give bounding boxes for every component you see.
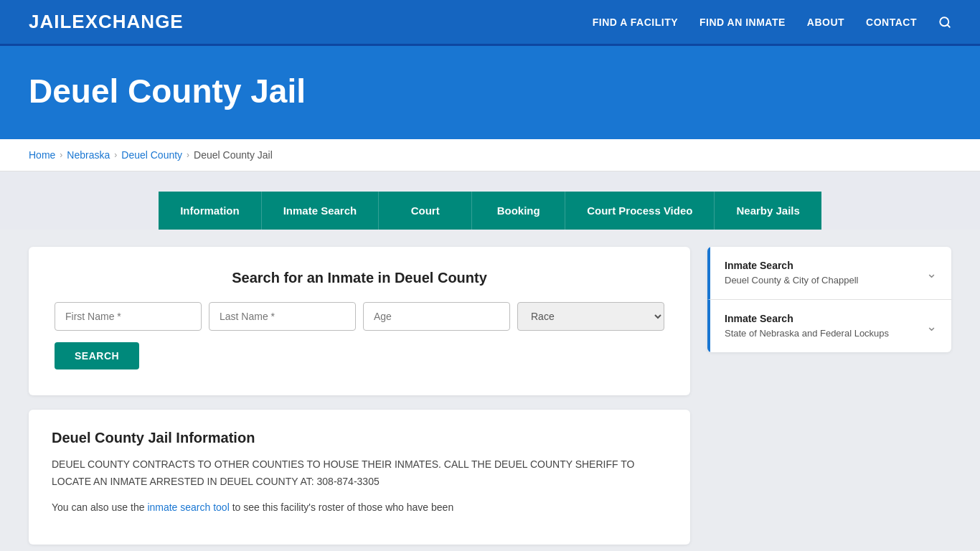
breadcrumb-home[interactable]: Home xyxy=(29,149,55,161)
site-logo[interactable]: JAILEXCHANGE xyxy=(29,11,184,33)
tab-nearby-jails[interactable]: Nearby Jails xyxy=(715,192,821,230)
sidebar-item-0-text: Inmate Search Deuel County & City of Cha… xyxy=(725,260,858,286)
info-body2-text: You can also use the xyxy=(52,501,147,513)
breadcrumb-sep-2: › xyxy=(114,150,117,160)
age-input[interactable] xyxy=(363,302,510,331)
page-title: Deuel County Jail xyxy=(29,72,951,110)
main-content: Search for an Inmate in Deuel County Rac… xyxy=(0,230,980,551)
sidebar-item-1[interactable]: Inmate Search State of Nebraska and Fede… xyxy=(707,300,951,352)
site-header: JAILEXCHANGE FIND A FACILITY FIND AN INM… xyxy=(0,0,980,46)
nav-about[interactable]: ABOUT xyxy=(807,17,844,28)
breadcrumb-state[interactable]: Nebraska xyxy=(67,149,110,161)
sidebar-item-1-text: Inmate Search State of Nebraska and Fede… xyxy=(725,313,889,339)
breadcrumb-county[interactable]: Deuel County xyxy=(121,149,182,161)
sidebar-item-0-title: Inmate Search xyxy=(725,260,858,271)
breadcrumb-sep-3: › xyxy=(187,150,189,160)
logo-jail: JAIL xyxy=(29,11,72,33)
right-sidebar: Inmate Search Deuel County & City of Cha… xyxy=(707,247,951,352)
search-fields: Race White Black Hispanic Asian Native A… xyxy=(55,302,664,331)
sidebar-item-0-subtitle: Deuel County & City of Chappell xyxy=(725,275,858,286)
chevron-down-icon-0: ⌄ xyxy=(926,265,937,281)
first-name-input[interactable] xyxy=(55,302,202,331)
tabs-row: Information Inmate Search Court Booking … xyxy=(0,171,980,230)
info-body2-end: to see this facility's roster of those w… xyxy=(230,501,453,513)
search-card: Search for an Inmate in Deuel County Rac… xyxy=(29,247,690,395)
breadcrumb: Home › Nebraska › Deuel County › Deuel C… xyxy=(0,139,980,171)
sidebar-item-1-title: Inmate Search xyxy=(725,313,889,324)
nav-find-inmate[interactable]: FIND AN INMATE xyxy=(699,17,786,28)
tab-inmate-search[interactable]: Inmate Search xyxy=(262,192,380,230)
svg-line-1 xyxy=(947,24,949,27)
nav-contact[interactable]: CONTACT xyxy=(866,17,917,28)
info-body2: You can also use the inmate search tool … xyxy=(52,499,667,517)
left-panel: Search for an Inmate in Deuel County Rac… xyxy=(29,247,690,545)
info-card: Deuel County Jail Information DEUEL COUN… xyxy=(29,410,690,545)
nav-search-button[interactable] xyxy=(938,16,951,29)
breadcrumb-current: Deuel County Jail xyxy=(194,149,273,161)
info-title: Deuel County Jail Information xyxy=(52,430,667,446)
nav-find-facility[interactable]: FIND A FACILITY xyxy=(593,17,678,28)
sidebar-item-1-subtitle: State of Nebraska and Federal Lockups xyxy=(725,328,889,339)
last-name-input[interactable] xyxy=(209,302,356,331)
search-title: Search for an Inmate in Deuel County xyxy=(55,270,664,286)
chevron-down-icon-1: ⌄ xyxy=(926,319,937,334)
sidebar-item-0[interactable]: Inmate Search Deuel County & City of Cha… xyxy=(707,247,951,300)
inmate-search-link[interactable]: inmate search tool xyxy=(147,501,229,513)
tab-information[interactable]: Information xyxy=(159,192,262,230)
hero-band: Deuel County Jail xyxy=(0,46,980,139)
info-body: DEUEL COUNTY CONTRACTS TO OTHER COUNTIES… xyxy=(52,456,667,491)
search-button[interactable]: SEARCH xyxy=(55,342,139,369)
search-icon xyxy=(938,16,951,29)
tab-court-process-video[interactable]: Court Process Video xyxy=(565,192,715,230)
race-select[interactable]: Race White Black Hispanic Asian Native A… xyxy=(517,302,664,331)
breadcrumb-sep-1: › xyxy=(60,150,62,160)
tab-booking[interactable]: Booking xyxy=(472,192,565,230)
logo-exchange: EXCHANGE xyxy=(72,11,183,33)
main-nav: FIND A FACILITY FIND AN INMATE ABOUT CON… xyxy=(593,16,951,29)
tab-court[interactable]: Court xyxy=(379,192,472,230)
